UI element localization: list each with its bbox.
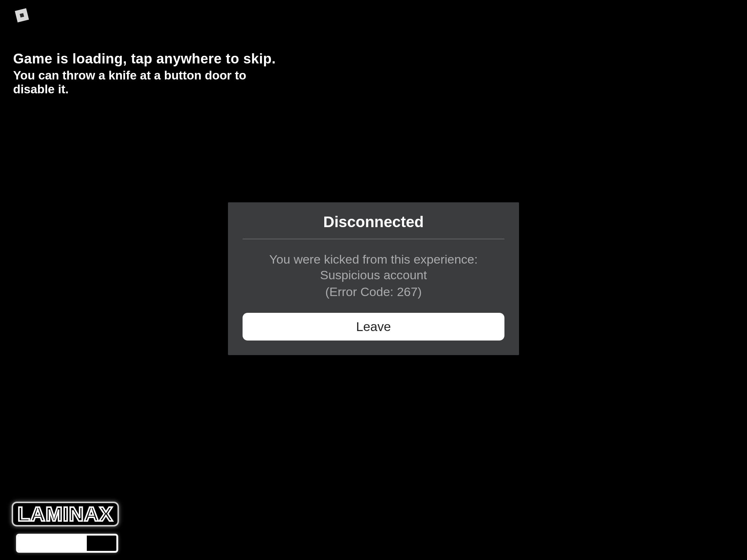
game-logo-text: LAMINAX bbox=[18, 504, 113, 524]
loading-progress-bar bbox=[16, 534, 118, 553]
loading-tip: You can throw a knife at a button door t… bbox=[13, 69, 290, 96]
dialog-error-code: (Error Code: 267) bbox=[243, 285, 504, 299]
game-logo: LAMINAX bbox=[12, 502, 119, 526]
roblox-menu-icon[interactable] bbox=[13, 7, 31, 24]
dialog-message: You were kicked from this experience: Su… bbox=[243, 252, 504, 283]
disconnected-dialog: Disconnected You were kicked from this e… bbox=[228, 202, 519, 355]
loading-headline: Game is loading, tap anywhere to skip. bbox=[13, 51, 290, 67]
loading-text-block[interactable]: Game is loading, tap anywhere to skip. Y… bbox=[13, 51, 290, 96]
dialog-divider bbox=[243, 239, 504, 239]
leave-button[interactable]: Leave bbox=[243, 313, 504, 341]
loading-progress-fill bbox=[18, 536, 87, 551]
dialog-title: Disconnected bbox=[243, 213, 504, 239]
game-logo-box: LAMINAX bbox=[12, 502, 119, 526]
